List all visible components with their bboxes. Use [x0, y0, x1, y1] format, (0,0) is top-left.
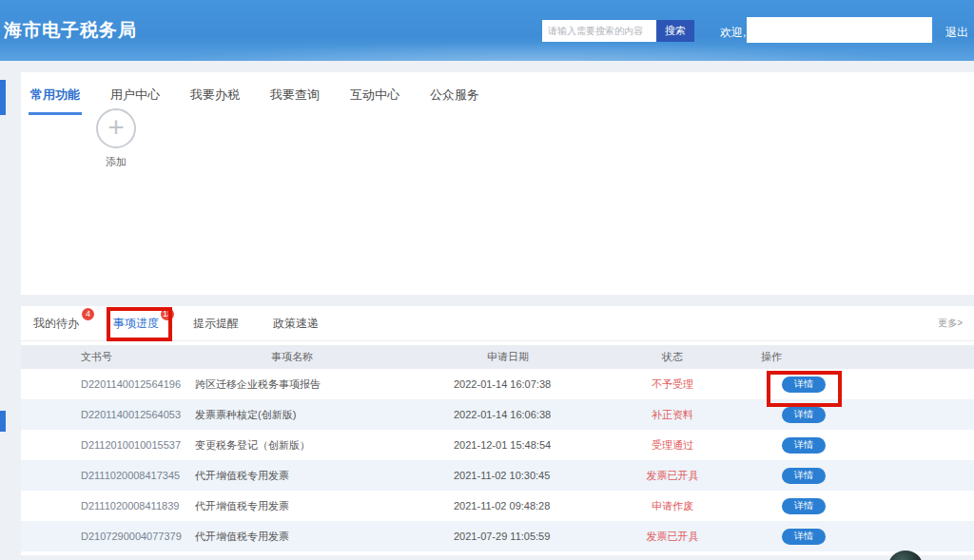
apply-date: 2022-01-14 16:07:38 [454, 369, 592, 399]
table-row: D2201140012564196跨区迁移企业税务事项报告2022-01-14 … [21, 369, 974, 399]
action-cell: 详情 [753, 399, 974, 430]
logout-button[interactable]: 退出 [945, 25, 968, 41]
detail-button[interactable]: 详情 [782, 498, 826, 514]
add-label: 添加 [74, 155, 158, 169]
doc-number: D2201140012564196 [81, 369, 195, 399]
action-cell: 详情 [753, 430, 974, 460]
tab-public-service[interactable]: 公众服务 [428, 87, 481, 115]
add-icon: + [96, 108, 136, 148]
tab-policy-express-label: 政策速递 [273, 317, 319, 330]
status-text: 发票已开具 [592, 521, 753, 551]
search-input[interactable] [542, 20, 656, 42]
status-text: 申请作废 [592, 491, 753, 521]
panel-tabs: 我的待办 4 事项进度 13 提示提醒 政策速递 更多> [21, 306, 974, 341]
column-item-name: 事项名称 [195, 345, 454, 369]
status-text: 受理通过 [592, 430, 753, 460]
apply-date: 2021-11-02 10:30:45 [454, 460, 592, 491]
more-link[interactable]: 更多> [938, 317, 974, 330]
status-text: 补正资料 [592, 399, 753, 430]
welcome-label: 欢迎, [720, 25, 746, 41]
doc-number: D2111020008411839 [81, 491, 195, 521]
table-row: D2111020008411839代开增值税专用发票2021-11-02 09:… [21, 491, 974, 521]
tab-policy-express[interactable]: 政策速递 [273, 316, 330, 332]
site-title: 海市电子税务局 [4, 18, 137, 43]
progress-count-badge: 13 [161, 308, 174, 320]
progress-panel-card: 我的待办 4 事项进度 13 提示提醒 政策速递 更多> 文书号 事项名称 申请… [21, 306, 974, 555]
tab-reminders[interactable]: 提示提醒 [193, 316, 250, 332]
status-text: 不予受理 [592, 369, 753, 399]
column-action: 操作 [753, 345, 974, 369]
status-text: 发票已开具 [592, 460, 753, 491]
item-name: 代开增值税专用发票 [195, 521, 454, 551]
table-row: D2112010010015537变更税务登记（创新版）2021-12-01 1… [21, 430, 974, 460]
todo-count-badge: 4 [82, 308, 94, 320]
table-body: D2201140012564196跨区迁移企业税务事项报告2022-01-14 … [21, 369, 974, 551]
detail-button[interactable]: 详情 [782, 377, 826, 393]
detail-button[interactable]: 详情 [782, 468, 826, 484]
item-name: 发票票种核定(创新版) [195, 399, 454, 430]
tab-my-todo-label: 我的待办 [33, 317, 79, 330]
search-button[interactable]: 搜索 [656, 20, 694, 42]
doc-number: D2111020008417345 [81, 460, 195, 491]
username-box [747, 17, 932, 43]
tab-item-progress[interactable]: 事项进度 13 [113, 316, 170, 332]
doc-number: D2107290004077379 [81, 521, 195, 551]
action-cell: 详情 [753, 369, 974, 399]
doc-number: D2201140012564053 [81, 399, 195, 430]
tab-reminders-label: 提示提醒 [193, 317, 239, 330]
detail-button[interactable]: 详情 [782, 407, 826, 423]
add-shortcut-tile[interactable]: + 添加 [74, 108, 158, 169]
tab-inquiry[interactable]: 我要查询 [268, 87, 321, 115]
table-header: 文书号 事项名称 申请日期 状态 操作 [21, 345, 974, 369]
tab-item-progress-label: 事项进度 [113, 317, 159, 330]
side-handle-bottom[interactable] [0, 411, 6, 432]
table-row: D2201140012564053发票票种核定(创新版)2022-01-14 1… [21, 399, 974, 430]
tab-my-todo[interactable]: 我的待办 4 [33, 316, 90, 332]
doc-number: D2112010010015537 [81, 430, 195, 460]
action-cell: 详情 [753, 521, 974, 551]
item-name: 跨区迁移企业税务事项报告 [195, 369, 454, 399]
column-status: 状态 [592, 345, 753, 369]
apply-date: 2021-11-02 09:48:28 [454, 491, 592, 521]
table-row: D2107290004077379代开增值税专用发票2021-07-29 11:… [21, 521, 974, 551]
column-apply-date: 申请日期 [454, 345, 592, 369]
table-row: D2111020008417345代开增值税专用发票2021-11-02 10:… [21, 460, 974, 491]
detail-button[interactable]: 详情 [782, 529, 826, 545]
tab-tax-handling[interactable]: 我要办税 [188, 87, 242, 115]
column-doc-number: 文书号 [81, 345, 195, 369]
action-cell: 详情 [753, 491, 974, 521]
item-name: 代开增值税专用发票 [195, 460, 454, 491]
main-nav-card: 常用功能 用户中心 我要办税 我要查询 互动中心 公众服务 + 添加 [21, 72, 974, 295]
apply-date: 2021-12-01 15:48:54 [454, 430, 592, 460]
action-cell: 详情 [753, 460, 974, 491]
main-nav-tabs: 常用功能 用户中心 我要办税 我要查询 互动中心 公众服务 [21, 72, 974, 115]
tab-interaction-center[interactable]: 互动中心 [348, 87, 401, 115]
detail-button[interactable]: 详情 [782, 437, 826, 454]
item-name: 代开增值税专用发票 [195, 491, 454, 521]
apply-date: 2021-07-29 11:05:59 [454, 521, 592, 551]
apply-date: 2022-01-14 16:06:38 [454, 399, 592, 430]
side-handle-top[interactable] [0, 80, 6, 115]
header-search: 搜索 [542, 20, 694, 42]
item-name: 变更税务登记（创新版） [195, 430, 454, 460]
top-header: 海市电子税务局 搜索 欢迎, 退出 [0, 0, 974, 61]
